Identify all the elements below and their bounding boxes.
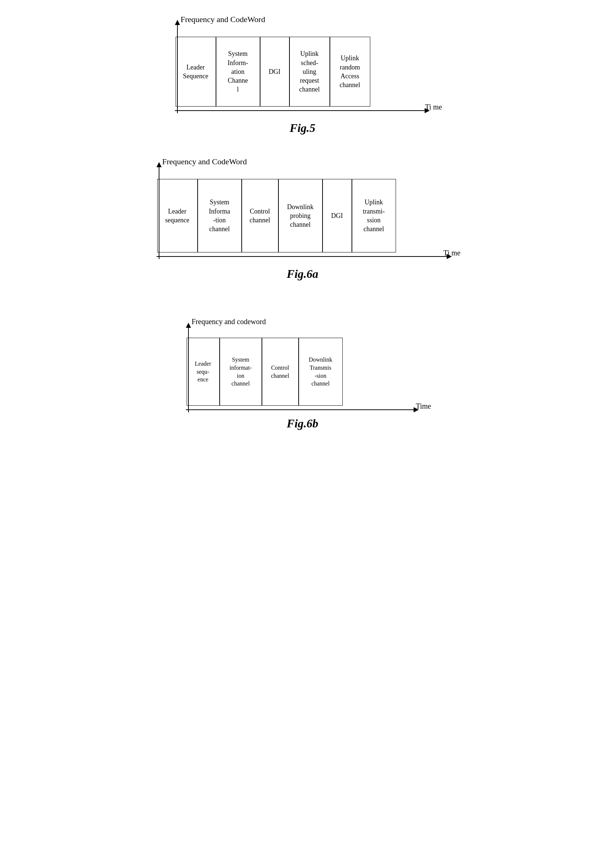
fig5-cell-sysinfo: SystemInform-ationChannel	[216, 37, 260, 107]
fig6a-caption: Fig.6a	[286, 267, 318, 281]
fig6a-diagram: Frequency and CodeWord Leadersequence Sy…	[138, 157, 468, 264]
fig6b-y-arrow	[186, 322, 191, 328]
fig5-y-arrow	[175, 20, 180, 25]
fig6b-time-label: Time	[416, 402, 431, 411]
fig6b-diagram: Frequency and codeword Leadersequ-ence S…	[167, 318, 439, 413]
fig6a-cell-sysinfo: SystemInforma-tionchannel	[198, 179, 242, 253]
fig6a-channels: Leadersequence SystemInforma-tionchannel…	[157, 179, 396, 253]
fig5-x-line	[175, 110, 425, 111]
figure-6b-section: Frequency and codeword Leadersequ-ence S…	[22, 318, 583, 430]
fig6a-time-label: Ti me	[443, 249, 461, 257]
fig6b-cell-downlink-tx: DownlinkTransmis-sionchannel	[299, 338, 343, 406]
fig6b-channels: Leadersequ-ence Systeminformat-ionchanne…	[187, 338, 343, 406]
fig5-x-axis	[175, 108, 430, 113]
fig5-y-axis-label: Frequency and CodeWord	[181, 15, 265, 24]
fig5-time-label: Ti me	[425, 103, 442, 112]
fig5-cell-dgi: DGI	[260, 37, 289, 107]
fig6b-cell-control: Controlchannel	[262, 338, 299, 406]
figure-6a-section: Frequency and CodeWord Leadersequence Sy…	[22, 157, 583, 281]
fig6a-x-axis	[156, 254, 452, 259]
fig6a-cell-uplink-tx: Uplinktransmi-ssionchannel	[352, 179, 396, 253]
fig5-diagram: Frequency and CodeWord LeaderSequence Sy…	[156, 15, 450, 118]
fig6a-x-line	[156, 256, 447, 257]
fig6b-y-axis-label: Frequency and codeword	[192, 318, 266, 326]
fig6b-x-line	[186, 409, 414, 410]
fig6b-cell-sysinfo: Systeminformat-ionchannel	[220, 338, 262, 406]
fig5-cell-uplink-sched: Uplinksched-ulingrequestchannel	[289, 37, 330, 107]
fig6b-caption: Fig.6b	[286, 417, 318, 430]
fig6b-cell-leader: Leadersequ-ence	[187, 338, 220, 406]
fig6a-cell-dgi: DGI	[322, 179, 352, 253]
fig6a-y-axis-label: Frequency and CodeWord	[162, 157, 247, 166]
fig6a-cell-control: Controlchannel	[242, 179, 279, 253]
fig6a-cell-leader: Leadersequence	[157, 179, 198, 253]
figure-5-section: Frequency and CodeWord LeaderSequence Sy…	[22, 15, 583, 135]
fig5-channels: LeaderSequence SystemInform-ationChannel…	[176, 37, 370, 107]
fig5-cell-leader: LeaderSequence	[176, 37, 216, 107]
fig6a-y-arrow	[156, 162, 162, 167]
fig6a-cell-downlink-probing: Downlinkprobingchannel	[279, 179, 322, 253]
fig6b-x-axis	[186, 407, 419, 412]
fig5-caption: Fig.5	[289, 121, 315, 135]
fig5-cell-uplink-random: UplinkrandomAccesschannel	[330, 37, 370, 107]
